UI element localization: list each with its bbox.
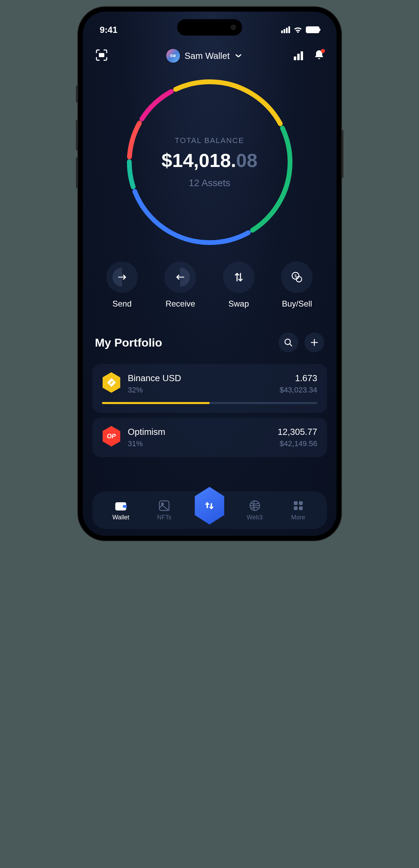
balance-amount: $14,018.08 xyxy=(161,149,257,171)
add-button[interactable] xyxy=(304,333,324,352)
scan-icon[interactable] xyxy=(95,49,108,62)
nav-nfts-label: NFTs xyxy=(157,514,171,521)
nav-wallet[interactable]: Wallet xyxy=(105,500,136,521)
svg-rect-3 xyxy=(301,51,303,60)
asset-name: Binance USD xyxy=(128,373,273,384)
asset-name: Optimism xyxy=(128,427,271,437)
coins-icon: $ xyxy=(291,271,303,283)
notification-dot xyxy=(321,49,325,53)
wifi-icon xyxy=(293,26,302,33)
asset-progress xyxy=(102,402,317,404)
balance-ring-chart: TOTAL BALANCE $14,018.08 12 Assets xyxy=(124,77,295,248)
grid-icon xyxy=(292,500,304,512)
svg-rect-0 xyxy=(99,53,104,57)
status-indicators xyxy=(281,26,319,33)
swap-center-icon xyxy=(203,499,216,512)
asset-card[interactable]: OP Optimism 31% 12,305.77 $42,149.56 xyxy=(92,418,327,457)
asset-amount: 1.673 xyxy=(279,373,317,384)
phone-frame: 9:41 SW Sam Wallet xyxy=(78,7,341,541)
svg-rect-18 xyxy=(123,505,127,508)
nav-more-label: More xyxy=(291,514,305,521)
wallet-avatar: SW xyxy=(166,49,180,63)
svg-point-20 xyxy=(161,503,163,505)
buy-sell-button[interactable]: $ Buy/Sell xyxy=(281,261,313,309)
svg-rect-14 xyxy=(107,378,116,387)
nav-more[interactable]: More xyxy=(283,500,314,521)
portfolio-title: My Portfolio xyxy=(95,336,162,349)
buy-sell-label: Buy/Sell xyxy=(282,299,312,309)
wallet-icon xyxy=(115,500,127,512)
swap-button[interactable]: Swap xyxy=(223,261,254,309)
svg-rect-1 xyxy=(294,56,296,60)
globe-icon xyxy=(249,500,261,512)
asset-usd-value: $43,023.34 xyxy=(279,386,317,394)
wallet-selector[interactable]: SW Sam Wallet xyxy=(166,49,242,63)
swap-label: Swap xyxy=(228,299,249,309)
receive-button[interactable]: Receive xyxy=(165,261,196,309)
status-time: 9:41 xyxy=(100,25,118,35)
asset-icon: OP xyxy=(102,427,121,446)
search-icon xyxy=(284,338,293,347)
send-button[interactable]: Send xyxy=(106,261,138,309)
quick-actions: Send Receive Swap $ Buy/Sell xyxy=(83,261,337,326)
asset-usd-value: $42,149.56 xyxy=(278,439,317,448)
nav-web3[interactable]: Web3 xyxy=(239,500,270,521)
stats-icon[interactable] xyxy=(293,50,304,61)
swap-icon xyxy=(234,272,244,282)
svg-rect-23 xyxy=(299,501,303,505)
side-button xyxy=(76,86,78,103)
battery-icon xyxy=(306,26,319,33)
nav-center-button[interactable] xyxy=(192,487,226,521)
app-header: SW Sam Wallet xyxy=(83,38,337,70)
svg-rect-22 xyxy=(294,501,298,505)
asset-card[interactable]: Binance USD 32% 1.673 $43,023.34 xyxy=(92,364,327,413)
nav-nfts[interactable]: NFTs xyxy=(149,500,180,521)
receive-label: Receive xyxy=(166,299,195,309)
plus-icon xyxy=(310,338,318,347)
balance-label: TOTAL BALANCE xyxy=(161,136,257,145)
asset-percentage: 31% xyxy=(128,439,271,448)
asset-percentage: 32% xyxy=(128,386,273,394)
notifications-button[interactable] xyxy=(314,50,324,62)
svg-rect-2 xyxy=(297,54,300,60)
svg-rect-24 xyxy=(294,506,298,510)
image-icon xyxy=(158,500,170,512)
search-button[interactable] xyxy=(278,333,298,352)
volume-up-button xyxy=(76,120,78,151)
screen: 9:41 SW Sam Wallet xyxy=(83,12,337,536)
balance-assets-count: 12 Assets xyxy=(161,178,257,189)
asset-amount: 12,305.77 xyxy=(278,427,317,437)
power-button xyxy=(341,130,343,178)
signal-icon xyxy=(281,26,290,33)
nav-web3-label: Web3 xyxy=(247,514,263,521)
portfolio-header: My Portfolio xyxy=(83,326,337,359)
send-label: Send xyxy=(113,299,132,309)
svg-rect-25 xyxy=(299,506,303,510)
dynamic-island xyxy=(177,19,242,36)
svg-text:$: $ xyxy=(294,274,297,278)
nav-wallet-label: Wallet xyxy=(112,514,129,521)
volume-down-button xyxy=(76,157,78,188)
asset-icon xyxy=(102,373,121,392)
wallet-name: Sam Wallet xyxy=(185,51,230,61)
bottom-nav: Wallet NFTs Web3 xyxy=(92,491,327,529)
chevron-down-icon xyxy=(235,54,242,58)
